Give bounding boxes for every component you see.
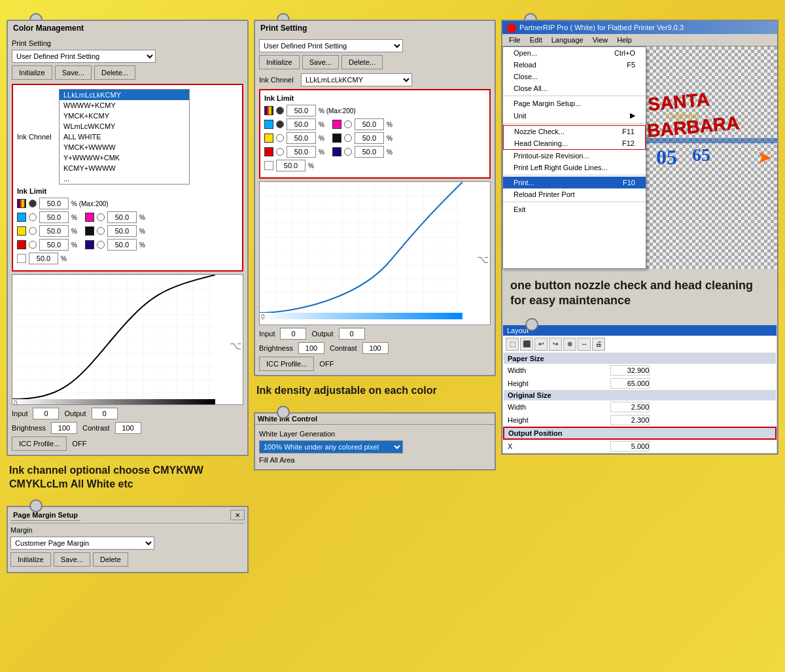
- menu-exit[interactable]: Exit: [503, 203, 646, 215]
- ink-option-kcmy[interactable]: KCMY+WWWW: [60, 163, 189, 173]
- menu-open[interactable]: Open...Ctrl+O: [503, 47, 646, 59]
- magenta-input[interactable]: [107, 211, 137, 223]
- mid-input-value[interactable]: [280, 328, 306, 340]
- yellow-input[interactable]: [39, 225, 69, 237]
- mid-yellow-radio[interactable]: [276, 134, 284, 142]
- mid-contrast-value[interactable]: [362, 342, 389, 354]
- ink-option-more[interactable]: ...: [60, 173, 189, 184]
- mid-total-radio[interactable]: [276, 107, 284, 115]
- paper-width-input[interactable]: [610, 365, 650, 376]
- orig-width-input[interactable]: [610, 402, 650, 412]
- black-input[interactable]: [107, 225, 137, 237]
- menu-close[interactable]: Close...: [503, 71, 646, 82]
- ink-option-y-www[interactable]: Y+WWWW+CMK: [60, 152, 189, 163]
- black-radio[interactable]: [97, 227, 105, 235]
- mid-mag-input[interactable]: [355, 118, 384, 130]
- save-button[interactable]: Save...: [55, 65, 92, 80]
- mid-mag-radio[interactable]: [344, 120, 352, 128]
- orig-height-input[interactable]: [610, 415, 650, 425]
- mid-db-input[interactable]: [355, 146, 384, 158]
- menu-edit[interactable]: Edit: [526, 35, 546, 44]
- close-button[interactable]: ✕: [230, 510, 245, 520]
- menu-unit[interactable]: Unit▶: [503, 109, 646, 122]
- print-setting-panel: Print Setting User Defined Print Setting…: [254, 20, 496, 376]
- mid-print-setting-select[interactable]: User Defined Print Setting: [259, 39, 403, 52]
- mid-total-input[interactable]: [287, 105, 316, 116]
- input-value-left[interactable]: [33, 408, 59, 419]
- output-x-input[interactable]: [610, 441, 650, 451]
- darkblue-input[interactable]: [107, 239, 137, 251]
- margin-delete-btn[interactable]: Delete: [93, 552, 128, 567]
- ink-option-wlm[interactable]: WLmLcWKCMY: [60, 121, 189, 132]
- mid-cyan-input[interactable]: [287, 118, 316, 130]
- ink-channel-selected[interactable]: LLkLmLcLkKCMY: [60, 90, 189, 100]
- layout-tool-3[interactable]: ↩: [534, 338, 548, 351]
- red-radio[interactable]: [29, 241, 37, 249]
- menu-file[interactable]: File: [505, 35, 525, 44]
- mid-brightness-value[interactable]: [298, 342, 324, 354]
- mid-db-radio[interactable]: [344, 148, 352, 156]
- menu-language[interactable]: Language: [548, 35, 587, 44]
- ink-option-allwhite[interactable]: ALL WHITE: [60, 132, 189, 142]
- menu-page-margin[interactable]: Page Margin Setup...: [503, 97, 646, 109]
- menu-print[interactable]: Print...F10: [503, 177, 646, 188]
- menu-close-all[interactable]: Close All...: [503, 82, 646, 94]
- orig-width-label: Width: [504, 400, 606, 414]
- menu-printout-revision[interactable]: Printout-size Revision...: [503, 150, 646, 162]
- mid-ink-channel-label: Ink Chnnel: [259, 76, 298, 84]
- margin-save-btn[interactable]: Save...: [54, 552, 90, 567]
- cyan-input[interactable]: [39, 211, 69, 223]
- menu-nozzle-check[interactable]: Nozzle Check...F11: [503, 125, 646, 137]
- ink-total-radio[interactable]: [29, 200, 37, 207]
- paper-height-input[interactable]: [610, 378, 650, 389]
- brightness-value-left[interactable]: [51, 422, 77, 434]
- ink-option-ymck-www[interactable]: YMCK+WWWW: [60, 142, 189, 152]
- print-setting-select[interactable]: User Defined Print Setting: [12, 50, 156, 63]
- left-description: Ink channel optional choose CMYKWW CMYKL…: [7, 460, 249, 495]
- menu-view[interactable]: View: [589, 35, 612, 44]
- output-value-left[interactable]: [92, 408, 118, 419]
- ink-option-ymck[interactable]: YMCK+KCMY: [60, 111, 189, 121]
- initialize-button[interactable]: Initialize: [12, 65, 52, 80]
- layout-tool-6[interactable]: ↔: [578, 338, 591, 351]
- ink-option-wwww[interactable]: WWWW+KCMY: [60, 100, 189, 111]
- mid-save-btn[interactable]: Save...: [302, 55, 339, 69]
- layout-tool-1[interactable]: ⬚: [506, 338, 519, 351]
- menu-reload-port[interactable]: Reload Printer Port: [503, 188, 646, 200]
- margin-initialize-btn[interactable]: Initialize: [10, 552, 51, 567]
- menu-print-guide[interactable]: Print Left Right Guide Lines...: [503, 162, 646, 173]
- ink-total-input[interactable]: [39, 198, 69, 209]
- red-input[interactable]: [39, 239, 69, 251]
- mid-initialize-btn[interactable]: Initialize: [259, 55, 300, 69]
- mid-red-input[interactable]: [287, 146, 316, 158]
- mid-ink-limit-title: Ink Limit: [264, 94, 485, 102]
- layout-tool-4[interactable]: ↪: [549, 338, 562, 351]
- white-input[interactable]: [29, 253, 58, 264]
- delete-button[interactable]: Delete...: [94, 65, 135, 80]
- mid-black-input[interactable]: [355, 132, 384, 144]
- menu-reload[interactable]: ReloadF5: [503, 59, 646, 71]
- mid-red-radio[interactable]: [276, 148, 284, 156]
- mid-white-input[interactable]: [276, 160, 305, 171]
- menu-help[interactable]: Help: [613, 35, 636, 44]
- contrast-value-left[interactable]: [115, 422, 141, 434]
- mid-cyan-radio[interactable]: [276, 120, 284, 128]
- layout-tool-2[interactable]: ⬛: [520, 338, 533, 351]
- mid-icc-btn[interactable]: ICC Profile...: [259, 357, 314, 371]
- mid-yellow-input[interactable]: [287, 132, 316, 144]
- margin-select[interactable]: Customer Page Margin: [10, 537, 154, 550]
- mid-output-value[interactable]: [339, 328, 365, 340]
- layout-tool-5[interactable]: ⊕: [563, 338, 576, 351]
- cyan-radio[interactable]: [29, 213, 37, 221]
- mid-black-radio[interactable]: [344, 134, 352, 142]
- mid-ink-channel-select[interactable]: LLkLmLcLkKCMY: [301, 73, 412, 86]
- magenta-radio[interactable]: [97, 213, 105, 221]
- menu-head-cleaning[interactable]: Head Cleaning...F12: [503, 137, 646, 150]
- page-margin-title: Page Margin Setup: [10, 510, 80, 521]
- layout-tool-7[interactable]: 🖨: [592, 338, 605, 351]
- darkblue-radio[interactable]: [97, 241, 105, 249]
- white-layer-select[interactable]: 100% White under any colored pixel: [259, 440, 403, 453]
- mid-delete-btn[interactable]: Delete...: [341, 55, 383, 69]
- yellow-radio[interactable]: [29, 227, 37, 235]
- icc-profile-button-left[interactable]: ICC Profile...: [12, 436, 67, 451]
